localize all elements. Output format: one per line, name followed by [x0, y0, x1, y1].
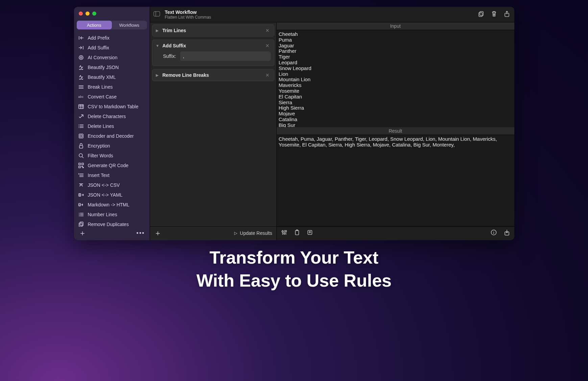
svg-point-51 [285, 230, 287, 232]
action-icon [78, 183, 84, 187]
input-section: Input Cheetah Puma Jaguar Panther Tiger … [277, 22, 514, 127]
action-label: Generate QR Code [88, 163, 129, 168]
svg-point-1 [80, 57, 82, 58]
action-item[interactable]: Encoder and Decoder [74, 131, 150, 141]
step-header[interactable]: ▼ Add Suffix × [152, 40, 274, 51]
step-header[interactable]: ▶ Remove Line Breaks × [152, 69, 274, 81]
zoom-window-button[interactable] [92, 12, 96, 16]
action-label: Markdown -> HTML [88, 202, 129, 207]
action-item[interactable]: Add Suffix [74, 43, 150, 52]
action-icon [78, 153, 84, 158]
action-item[interactable]: Delete Characters [74, 111, 150, 121]
svg-rect-52 [295, 230, 299, 235]
svg-rect-17 [79, 145, 83, 148]
svg-point-18 [79, 154, 82, 157]
add-action-button[interactable]: ＋ [79, 229, 86, 237]
svg-point-0 [79, 55, 83, 60]
remove-step-button[interactable]: × [264, 27, 271, 33]
settings-button[interactable] [281, 229, 287, 237]
svg-point-14 [78, 127, 79, 128]
action-icon [78, 45, 84, 50]
clipboard-button[interactable] [294, 229, 300, 237]
window-titles: Text Workflow Flatten List With Commas [165, 9, 211, 20]
io-footer [277, 226, 514, 240]
action-label: Filter Words [88, 153, 113, 158]
remove-step-button[interactable]: × [264, 43, 271, 49]
disclosure-icon: ▼ [156, 44, 159, 48]
remove-step-button[interactable]: × [264, 72, 271, 78]
action-item[interactable]: Delete Lines [74, 121, 150, 131]
toggle-sidebar-button[interactable] [153, 11, 160, 18]
action-item[interactable]: Add Prefix [74, 33, 150, 43]
svg-point-12 [78, 125, 79, 125]
action-item[interactable]: Remove Duplicates [74, 219, 150, 227]
workflow-steps-panel: ▶ Trim Lines × ▼ Add Suffix × Suffix: ▶ … [150, 22, 277, 240]
disclosure-icon: ▶ [156, 28, 159, 33]
svg-rect-41 [479, 13, 482, 17]
action-item[interactable]: Break Lines [74, 82, 150, 92]
action-item[interactable]: Generate QR Code [74, 160, 150, 170]
result-text[interactable]: Cheetah, Puma, Jaguar, Panther, Tiger, L… [277, 135, 514, 226]
copy-workflow-button[interactable] [478, 11, 484, 18]
action-item[interactable]: JSON <-> YAML [74, 190, 150, 200]
open-external-button[interactable] [307, 230, 313, 237]
svg-rect-20 [79, 163, 80, 165]
svg-point-57 [493, 231, 494, 232]
action-label: Insert Text [88, 173, 109, 178]
action-icon [78, 133, 84, 139]
update-results-button[interactable]: ▷ Update Results [234, 230, 272, 236]
action-label: Remove Duplicates [88, 222, 129, 227]
action-icon: 123 [78, 212, 84, 217]
workflow-step: ▶ Trim Lines × [152, 24, 274, 37]
minimize-window-button[interactable] [85, 12, 90, 16]
action-item[interactable]: 123Number Lines [74, 209, 150, 219]
svg-rect-21 [82, 163, 83, 165]
svg-point-50 [284, 233, 285, 234]
action-item[interactable]: abcConvert Case [74, 92, 150, 102]
sidebar-more-button[interactable]: ••• [137, 230, 145, 237]
suffix-input[interactable] [180, 51, 270, 61]
share-button[interactable] [504, 11, 510, 18]
window-controls [74, 7, 150, 19]
action-label: Encoder and Decoder [88, 133, 134, 139]
action-item[interactable]: MMarkdown -> HTML [74, 200, 150, 209]
io-panel: Input Cheetah Puma Jaguar Panther Tiger … [277, 22, 514, 240]
action-label: JSON <-> YAML [88, 192, 123, 198]
step-header[interactable]: ▶ Trim Lines × [152, 25, 274, 36]
tab-actions[interactable]: Actions [77, 21, 112, 29]
action-icon [78, 163, 84, 168]
action-icon: M [78, 202, 84, 207]
svg-line-19 [82, 157, 83, 158]
action-item[interactable]: Beautify XML [74, 72, 150, 82]
step-name: Trim Lines [163, 28, 186, 33]
field-label: Suffix: [163, 53, 176, 59]
action-item[interactable]: CSV to Markdown Table [74, 102, 150, 111]
play-icon: ▷ [234, 231, 237, 236]
action-item[interactable]: JSON <-> CSV [74, 180, 150, 190]
action-icon [78, 104, 84, 109]
export-button[interactable] [504, 229, 510, 237]
action-label: AI Conversion [88, 55, 118, 60]
steps-footer: ＋ ▷ Update Results [150, 226, 276, 240]
action-icon [78, 114, 84, 119]
marketing-tagline: Transform Your Text With Easy to Use Rul… [196, 246, 391, 292]
result-label: Result [277, 127, 514, 135]
delete-button[interactable] [491, 11, 497, 18]
action-item[interactable]: Beautify JSON [74, 62, 150, 72]
action-icon [78, 143, 84, 149]
action-item[interactable]: AI Conversion [74, 52, 150, 62]
close-window-button[interactable] [79, 12, 83, 16]
action-icon [78, 193, 84, 197]
action-item[interactable]: Insert Text [74, 170, 150, 180]
info-button[interactable] [491, 229, 497, 237]
app-window: Actions Workflows Add PrefixAdd SuffixAI… [74, 7, 514, 240]
tab-workflows[interactable]: Workflows [112, 21, 147, 29]
action-item[interactable]: Encryption [74, 141, 150, 151]
action-icon [78, 65, 84, 70]
input-text[interactable]: Cheetah Puma Jaguar Panther Tiger Leopar… [277, 30, 514, 127]
step-field: Suffix: [156, 51, 271, 61]
svg-rect-42 [480, 12, 483, 16]
action-item[interactable]: Filter Words [74, 151, 150, 160]
app-title: Text Workflow [165, 9, 211, 15]
add-step-button[interactable]: ＋ [154, 229, 162, 237]
